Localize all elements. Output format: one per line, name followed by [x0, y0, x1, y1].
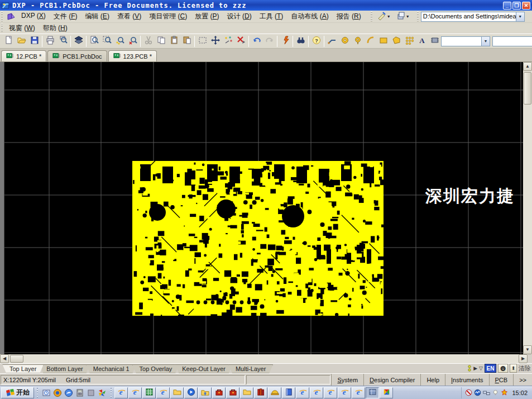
quicklaunch-messenger-icon[interactable]	[63, 387, 74, 398]
task-button-17-ie[interactable]: e	[352, 387, 365, 398]
paste-special-button[interactable]	[180, 35, 193, 48]
new-document-button[interactable]	[2, 35, 15, 48]
quicklaunch-outlook-icon[interactable]	[41, 387, 52, 398]
panel-button-system[interactable]: System	[331, 374, 363, 386]
menu2-grip[interactable]	[1, 24, 4, 32]
interactive-routing-button[interactable]	[325, 35, 338, 48]
doc-tab-123-pcb-[interactable]: 123.PCB *	[108, 50, 157, 61]
task-button-6-folder-up[interactable]	[198, 387, 212, 398]
board-3d-button[interactable]	[72, 35, 85, 48]
menu-item-tools[interactable]: 工具 (T)	[256, 11, 287, 22]
task-button-18-wallet[interactable]	[366, 387, 379, 398]
layer-tab-top-layer[interactable]: Top Layer	[2, 364, 44, 373]
menu-grip[interactable]	[1, 12, 4, 21]
quicklaunch-pinwheel-icon[interactable]	[97, 387, 108, 398]
horizontal-scrollbar[interactable]: ◀ ▶	[0, 354, 528, 363]
place-polygon-button[interactable]	[390, 35, 402, 48]
menu-item-place[interactable]: 放置 (P)	[191, 11, 223, 22]
language-help-button[interactable]: 🄌	[498, 364, 508, 373]
task-button-11-hardhat[interactable]	[268, 387, 281, 398]
close-button[interactable]: ✕	[522, 2, 530, 10]
task-button-3-ie[interactable]: e	[156, 387, 170, 398]
tray-bulb-red-icon[interactable]	[501, 389, 508, 396]
tray-monitor-blue-icon[interactable]	[474, 389, 481, 396]
find-similar-button[interactable]	[294, 35, 307, 48]
task-button-13-ie[interactable]: e	[296, 387, 309, 398]
task-button-9-folder[interactable]	[240, 387, 253, 398]
vertical-scrollbar[interactable]: ▲ ▼	[523, 62, 532, 354]
scroll-up-button[interactable]: ▲	[523, 62, 532, 71]
deselect-all-button[interactable]	[222, 35, 234, 48]
place-string-button[interactable]: A	[415, 35, 428, 48]
place-via-button[interactable]	[351, 35, 364, 48]
langbar-nabla-icon[interactable]: ▽	[479, 365, 483, 371]
footprint-combo-dropdown[interactable]: ▼	[481, 37, 490, 46]
zoom-clear-button[interactable]	[126, 35, 139, 48]
task-button-7-tool-red[interactable]	[212, 387, 226, 398]
place-pad-button[interactable]	[338, 35, 351, 48]
dropdown-arrow-icon[interactable]: ▼	[406, 15, 410, 18]
copy-button[interactable]	[155, 35, 167, 48]
net-combo[interactable]: ▼	[492, 36, 532, 46]
measure-tool-button[interactable]: ▼	[375, 11, 394, 23]
task-button-8-tool-red[interactable]	[226, 387, 239, 398]
menu-item-edit[interactable]: 编辑 (E)	[82, 11, 113, 22]
task-button-1-ie[interactable]: e	[128, 387, 142, 398]
layer-tab-multi-layer[interactable]: Multi-Layer	[228, 364, 273, 373]
undo-button[interactable]	[250, 35, 263, 48]
restore-button[interactable]: ❐	[512, 2, 521, 10]
place-fill-button[interactable]	[377, 35, 390, 48]
path-combo[interactable]: D:\Documents and Settings\midea\桌面 ▼	[421, 12, 525, 22]
zoom-area-button[interactable]	[100, 35, 113, 48]
quicklaunch-internet-explorer-icon[interactable]	[85, 387, 97, 398]
clear-filter-button[interactable]	[234, 35, 247, 48]
tray-network-icon[interactable]	[483, 389, 490, 396]
footprint-combo[interactable]: ▼	[441, 36, 490, 46]
doc-tab-pcb1-pcbdoc[interactable]: PCB1.PcbDoc	[47, 50, 107, 61]
layer-tab-mechanical-1[interactable]: Mechanical 1	[86, 364, 137, 373]
print-preview-button[interactable]	[56, 35, 69, 48]
menu-item-help[interactable]: 帮助 (H)	[39, 22, 71, 34]
clear-label[interactable]: 清除	[519, 364, 531, 373]
task-button-16-ie[interactable]: e	[338, 387, 351, 398]
menu-item-window[interactable]: 视窗 (W)	[5, 22, 39, 34]
filter-wand-button[interactable]	[279, 35, 291, 48]
move-selection-button[interactable]	[209, 35, 222, 48]
zoom-document-button[interactable]	[88, 35, 100, 48]
save-document-button[interactable]	[28, 35, 41, 48]
path-combo-dropdown[interactable]: ▼	[516, 12, 524, 21]
layer-tab-keep-out-layer[interactable]: Keep-Out Layer	[175, 364, 233, 373]
task-button-2-sheet-green[interactable]	[142, 387, 156, 398]
scroll-down-button[interactable]: ▼	[523, 345, 532, 354]
layer-tab-top-overlay[interactable]: Top Overlay	[132, 364, 180, 373]
dxp-logo-button[interactable]	[5, 12, 17, 22]
doc-tab-12-pcb-[interactable]: 12.PCB *	[1, 50, 46, 61]
open-document-button[interactable]	[15, 35, 28, 48]
whats-this-help-button[interactable]: ?	[310, 35, 323, 48]
task-button-5-media-blue[interactable]	[184, 387, 198, 398]
scroll-left-button[interactable]: ◀	[0, 354, 9, 363]
task-button-15-ie[interactable]: e	[324, 387, 337, 398]
menu-item-dxp[interactable]: DXP (X)	[17, 11, 50, 22]
tray-antivirus-red-icon[interactable]	[465, 389, 472, 396]
panel-button-pcb[interactable]: PCB	[489, 374, 514, 386]
place-array-button[interactable]	[402, 35, 415, 48]
task-button-10-books-red[interactable]	[254, 387, 267, 398]
task-button-14-ie[interactable]: e	[310, 387, 323, 398]
task-button-4-folder[interactable]	[170, 387, 184, 398]
langbar-play-icon[interactable]: ▶	[473, 365, 477, 371]
language-options-button[interactable]: ⬍	[510, 364, 517, 373]
language-indicator[interactable]: EN	[485, 364, 496, 373]
paste-button[interactable]	[167, 35, 180, 48]
menu-item-file[interactable]: 文件 (F)	[50, 11, 82, 22]
print-button[interactable]	[44, 35, 56, 48]
langbar-handle-icon[interactable]	[467, 364, 472, 372]
select-area-button[interactable]	[196, 35, 209, 48]
cut-button[interactable]	[142, 35, 155, 48]
panel-more-button[interactable]: >>	[513, 374, 532, 386]
pages-tool-button[interactable]: ▼	[394, 11, 413, 23]
quicklaunch-media-player-icon[interactable]	[52, 387, 63, 398]
task-button-0-ie[interactable]: e	[114, 387, 128, 398]
vertical-scroll-thumb[interactable]	[524, 72, 531, 104]
menu-item-reports[interactable]: 报告 (R)	[333, 11, 365, 22]
